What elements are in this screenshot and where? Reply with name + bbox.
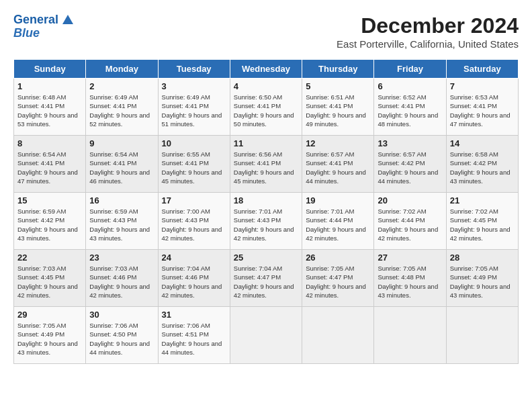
calendar-cell — [302, 307, 374, 364]
day-number: 21 — [450, 195, 515, 205]
day-number: 22 — [17, 253, 82, 263]
calendar-cell: 25Sunrise: 7:04 AMSunset: 4:47 PMDayligh… — [230, 250, 302, 307]
day-info: Sunrise: 6:54 AMSunset: 4:41 PMDaylight:… — [17, 150, 82, 185]
day-number: 19 — [306, 195, 370, 205]
day-number: 13 — [378, 138, 442, 148]
day-info: Sunrise: 6:57 AMSunset: 4:41 PMDaylight:… — [306, 150, 370, 185]
day-number: 28 — [450, 253, 515, 263]
day-header-thursday: Thursday — [302, 60, 374, 79]
calendar-cell: 13Sunrise: 6:57 AMSunset: 4:42 PMDayligh… — [374, 136, 446, 193]
calendar-cell: 8Sunrise: 6:54 AMSunset: 4:41 PMDaylight… — [14, 136, 86, 193]
day-info: Sunrise: 7:01 AMSunset: 4:43 PMDaylight:… — [234, 207, 298, 242]
day-info: Sunrise: 7:05 AMSunset: 4:49 PMDaylight:… — [450, 264, 515, 300]
day-header-friday: Friday — [374, 60, 446, 79]
day-info: Sunrise: 6:54 AMSunset: 4:41 PMDaylight:… — [89, 150, 154, 185]
calendar-cell: 19Sunrise: 7:01 AMSunset: 4:44 PMDayligh… — [302, 193, 374, 250]
calendar-cell: 24Sunrise: 7:04 AMSunset: 4:46 PMDayligh… — [158, 250, 230, 307]
calendar-cell: 7Sunrise: 6:53 AMSunset: 4:41 PMDaylight… — [446, 79, 518, 136]
calendar-cell: 22Sunrise: 7:03 AMSunset: 4:45 PMDayligh… — [14, 250, 86, 307]
calendar-cell: 21Sunrise: 7:02 AMSunset: 4:45 PMDayligh… — [446, 193, 518, 250]
calendar-cell: 12Sunrise: 6:57 AMSunset: 4:41 PMDayligh… — [302, 136, 374, 193]
day-info: Sunrise: 7:04 AMSunset: 4:47 PMDaylight:… — [234, 264, 298, 300]
day-number: 8 — [17, 138, 82, 148]
calendar-cell: 17Sunrise: 7:00 AMSunset: 4:43 PMDayligh… — [158, 193, 230, 250]
logo-text: General — [13, 13, 58, 27]
day-info: Sunrise: 7:06 AMSunset: 4:50 PMDaylight:… — [89, 321, 154, 357]
day-number: 17 — [162, 195, 226, 205]
calendar-cell: 26Sunrise: 7:05 AMSunset: 4:47 PMDayligh… — [302, 250, 374, 307]
day-number: 1 — [17, 81, 82, 91]
day-number: 3 — [162, 81, 226, 91]
calendar-cell: 29Sunrise: 7:05 AMSunset: 4:49 PMDayligh… — [14, 307, 86, 364]
day-header-monday: Monday — [86, 60, 158, 79]
day-info: Sunrise: 6:56 AMSunset: 4:41 PMDaylight:… — [234, 150, 298, 185]
day-info: Sunrise: 6:52 AMSunset: 4:41 PMDaylight:… — [378, 93, 442, 128]
day-number: 7 — [450, 81, 515, 91]
day-number: 12 — [306, 138, 370, 148]
day-info: Sunrise: 6:53 AMSunset: 4:41 PMDaylight:… — [450, 93, 515, 128]
day-info: Sunrise: 7:06 AMSunset: 4:51 PMDaylight:… — [162, 321, 226, 357]
logo: General Blue — [13, 13, 75, 40]
day-info: Sunrise: 7:02 AMSunset: 4:44 PMDaylight:… — [378, 207, 442, 242]
day-info: Sunrise: 6:51 AMSunset: 4:41 PMDaylight:… — [306, 93, 370, 128]
day-number: 30 — [89, 310, 154, 320]
day-info: Sunrise: 6:55 AMSunset: 4:41 PMDaylight:… — [162, 150, 226, 185]
day-number: 15 — [17, 195, 82, 205]
day-number: 18 — [234, 195, 298, 205]
day-info: Sunrise: 6:58 AMSunset: 4:42 PMDaylight:… — [450, 150, 515, 185]
day-header-tuesday: Tuesday — [158, 60, 230, 79]
calendar-cell: 5Sunrise: 6:51 AMSunset: 4:41 PMDaylight… — [302, 79, 374, 136]
calendar-cell: 20Sunrise: 7:02 AMSunset: 4:44 PMDayligh… — [374, 193, 446, 250]
day-header-saturday: Saturday — [446, 60, 518, 79]
logo-text-blue: Blue — [13, 26, 40, 40]
calendar-cell: 23Sunrise: 7:03 AMSunset: 4:46 PMDayligh… — [86, 250, 158, 307]
calendar-cell — [374, 307, 446, 364]
day-number: 27 — [378, 253, 442, 263]
day-number: 5 — [306, 81, 370, 91]
day-info: Sunrise: 7:01 AMSunset: 4:44 PMDaylight:… — [306, 207, 370, 242]
day-number: 14 — [450, 138, 515, 148]
day-number: 16 — [89, 195, 154, 205]
day-number: 26 — [306, 253, 370, 263]
day-number: 31 — [162, 310, 226, 320]
day-info: Sunrise: 6:50 AMSunset: 4:41 PMDaylight:… — [234, 93, 298, 128]
title-section: December 2024 East Porterville, Californ… — [337, 13, 519, 50]
day-info: Sunrise: 7:00 AMSunset: 4:43 PMDaylight:… — [162, 207, 226, 242]
calendar-cell: 18Sunrise: 7:01 AMSunset: 4:43 PMDayligh… — [230, 193, 302, 250]
day-number: 11 — [234, 138, 298, 148]
day-info: Sunrise: 7:05 AMSunset: 4:49 PMDaylight:… — [17, 321, 82, 357]
calendar-title: December 2024 — [337, 13, 519, 38]
day-number: 23 — [89, 253, 154, 263]
day-info: Sunrise: 6:59 AMSunset: 4:43 PMDaylight:… — [89, 207, 154, 242]
day-info: Sunrise: 7:03 AMSunset: 4:46 PMDaylight:… — [89, 264, 154, 300]
calendar-cell: 14Sunrise: 6:58 AMSunset: 4:42 PMDayligh… — [446, 136, 518, 193]
day-info: Sunrise: 7:05 AMSunset: 4:48 PMDaylight:… — [378, 264, 442, 300]
calendar-cell: 1Sunrise: 6:48 AMSunset: 4:41 PMDaylight… — [14, 79, 86, 136]
calendar-cell: 15Sunrise: 6:59 AMSunset: 4:42 PMDayligh… — [14, 193, 86, 250]
calendar-cell: 31Sunrise: 7:06 AMSunset: 4:51 PMDayligh… — [158, 307, 230, 364]
day-number: 4 — [234, 81, 298, 91]
day-info: Sunrise: 7:05 AMSunset: 4:47 PMDaylight:… — [306, 264, 370, 300]
calendar-cell: 6Sunrise: 6:52 AMSunset: 4:41 PMDaylight… — [374, 79, 446, 136]
day-number: 20 — [378, 195, 442, 205]
calendar-cell: 28Sunrise: 7:05 AMSunset: 4:49 PMDayligh… — [446, 250, 518, 307]
day-header-sunday: Sunday — [14, 60, 86, 79]
day-info: Sunrise: 7:02 AMSunset: 4:45 PMDaylight:… — [450, 207, 515, 242]
day-number: 2 — [89, 81, 154, 91]
calendar-subtitle: East Porterville, California, United Sta… — [337, 38, 519, 50]
day-header-wednesday: Wednesday — [230, 60, 302, 79]
day-number: 9 — [89, 138, 154, 148]
day-number: 6 — [378, 81, 442, 91]
calendar-cell: 9Sunrise: 6:54 AMSunset: 4:41 PMDaylight… — [86, 136, 158, 193]
calendar-cell: 2Sunrise: 6:49 AMSunset: 4:41 PMDaylight… — [86, 79, 158, 136]
day-info: Sunrise: 6:49 AMSunset: 4:41 PMDaylight:… — [89, 93, 154, 128]
logo-icon — [60, 12, 75, 27]
day-info: Sunrise: 7:04 AMSunset: 4:46 PMDaylight:… — [162, 264, 226, 300]
day-info: Sunrise: 6:57 AMSunset: 4:42 PMDaylight:… — [378, 150, 442, 185]
calendar-cell: 16Sunrise: 6:59 AMSunset: 4:43 PMDayligh… — [86, 193, 158, 250]
day-info: Sunrise: 6:49 AMSunset: 4:41 PMDaylight:… — [162, 93, 226, 128]
day-number: 10 — [162, 138, 226, 148]
calendar-cell — [446, 307, 518, 364]
calendar-cell: 3Sunrise: 6:49 AMSunset: 4:41 PMDaylight… — [158, 79, 230, 136]
day-info: Sunrise: 6:59 AMSunset: 4:42 PMDaylight:… — [17, 207, 82, 242]
